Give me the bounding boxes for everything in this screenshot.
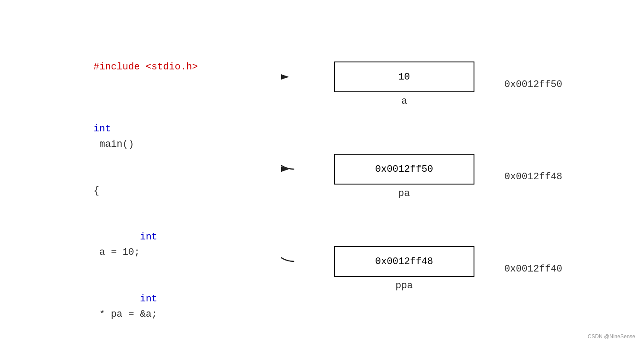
- box-ppa-value: 0x0012ff48: [334, 246, 474, 277]
- code-line-pa: int * pa = &a;: [70, 276, 198, 338]
- arrow-ppa-to-pa: [281, 169, 294, 261]
- box-a-label: a: [334, 96, 474, 107]
- int-keyword: int: [94, 123, 111, 134]
- code-open-brace: {: [70, 168, 198, 214]
- watermark: CSDN @NineSense: [588, 333, 635, 340]
- code-blank1: [70, 91, 198, 106]
- open-brace: {: [94, 185, 99, 196]
- box-ppa-address: 0x0012ff40: [504, 263, 562, 274]
- int-a-keyword: int: [94, 232, 157, 243]
- box-pa-label: pa: [334, 188, 474, 199]
- box-ppa-container: 0x0012ff48 ppa 0x0012ff40: [334, 246, 474, 291]
- box-pa-address: 0x0012ff48: [504, 171, 562, 182]
- box-pa-container: 0x0012ff50 pa 0x0012ff48: [334, 154, 474, 199]
- box-a-value: 10: [334, 62, 474, 92]
- code-line-a: int a = 10;: [70, 214, 198, 276]
- int-pa-keyword: int: [94, 293, 157, 304]
- box-pa-value: 0x0012ff50: [334, 154, 474, 185]
- code-block: #include <stdio.h> int main() { int a = …: [70, 44, 198, 344]
- box-ppa-label: ppa: [334, 280, 474, 291]
- include-keyword: #include <stdio.h>: [94, 62, 198, 72]
- line-pa-rest: * pa = &a;: [94, 309, 157, 320]
- code-main-sig: int main(): [70, 106, 198, 168]
- box-a-address: 0x0012ff50: [504, 79, 562, 90]
- code-include: #include <stdio.h>: [70, 44, 198, 91]
- arrow-pa-to-a: [281, 77, 294, 169]
- box-a-container: 10 a 0x0012ff50: [334, 62, 474, 107]
- line-a-rest: a = 10;: [94, 247, 140, 258]
- main-func: main(): [94, 139, 134, 150]
- code-line-ppa: int ** ppa = &pa;: [70, 338, 198, 344]
